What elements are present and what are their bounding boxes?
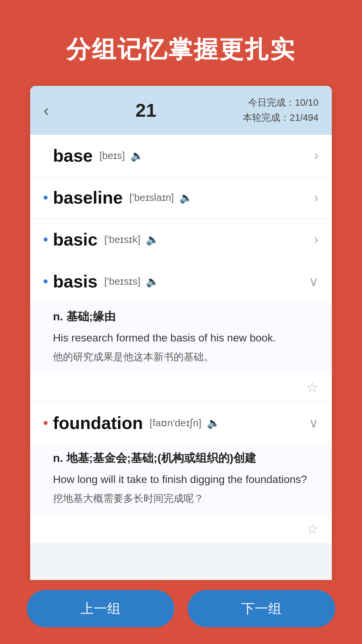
list-item: baseline ['beɪslaɪn] 🔈 › [30, 177, 332, 219]
chevron-right-icon[interactable]: › [314, 148, 318, 163]
phonetic: ['beɪsɪk] [104, 233, 140, 245]
word-list: base [beɪs] 🔈 › baseline ['beɪslaɪn] 🔈 ›… [30, 135, 332, 618]
sound-icon[interactable]: 🔈 [130, 149, 144, 162]
list-item: base [beɪs] 🔈 › [30, 135, 332, 177]
word-indicator [44, 196, 48, 200]
example-english: His research formed the basis of his new… [53, 330, 318, 346]
word-row-basis[interactable]: basis ['beɪsɪs] 🔈 ∨ [30, 261, 332, 302]
star-row: ☆ [30, 374, 332, 402]
card-number: 21 [135, 99, 156, 121]
phonetic: [faʊn'deɪʃn] [150, 417, 201, 429]
star-icon[interactable]: ☆ [306, 521, 318, 537]
star-icon[interactable]: ☆ [306, 380, 318, 395]
phonetic: [beɪs] [100, 150, 125, 161]
word-text: basis [53, 271, 98, 291]
back-button[interactable]: ‹ [44, 101, 49, 119]
word-indicator [44, 154, 48, 158]
word-row-baseline[interactable]: baseline ['beɪslaɪn] 🔈 › [30, 177, 332, 218]
definition: n. 基础;缘由 [53, 309, 318, 324]
word-row-base[interactable]: base [beɪs] 🔈 › [30, 135, 332, 176]
word-indicator [44, 237, 48, 241]
word-detail-foundation: n. 地基;基金会;基础;(机构或组织的)创建 How long will it… [30, 444, 332, 516]
sound-icon[interactable]: 🔈 [146, 233, 159, 246]
progress-round-label: 本轮完成： [243, 112, 290, 123]
progress-today-value: 10/10 [295, 97, 318, 108]
word-indicator [44, 279, 48, 283]
word-row-basic[interactable]: basic ['beɪsɪk] 🔈 › [30, 219, 332, 260]
sound-icon[interactable]: 🔈 [207, 417, 220, 429]
card-header: ‹ 21 今日完成：10/10 本轮完成：21/494 [30, 86, 332, 135]
chevron-down-icon[interactable]: ∨ [309, 415, 318, 431]
word-row-foundation[interactable]: foundation [faʊn'deɪʃn] 🔈 ∨ [30, 402, 332, 444]
chevron-down-icon[interactable]: ∨ [309, 274, 318, 289]
word-text: baseline [53, 187, 123, 208]
sound-icon[interactable]: 🔈 [179, 191, 193, 204]
chevron-right-icon[interactable]: › [314, 232, 318, 247]
sound-icon[interactable]: 🔈 [146, 275, 159, 288]
progress-round: 本轮完成：21/494 [243, 110, 318, 125]
phonetic: ['beɪslaɪn] [129, 192, 174, 203]
example-chinese: 挖地基大概需要多长时间完成呢？ [53, 491, 318, 506]
bottom-bar: 上一组 下一组 [0, 580, 362, 644]
page-title: 分组记忆掌握更扎实 [66, 34, 296, 66]
chevron-right-icon[interactable]: › [314, 190, 318, 205]
card-container: ‹ 21 今日完成：10/10 本轮完成：21/494 base [beɪs] … [30, 86, 332, 618]
progress-today-label: 今日完成： [248, 97, 295, 108]
definition: n. 地基;基金会;基础;(机构或组织的)创建 [53, 450, 318, 466]
prev-group-button[interactable]: 上一组 [27, 590, 174, 627]
phonetic: ['beɪsɪs] [104, 275, 140, 287]
example-english: How long will it take to finish digging … [53, 471, 318, 487]
word-indicator [44, 421, 48, 425]
example-chinese: 他的研究成果是他这本新书的基础。 [53, 349, 318, 364]
progress-round-value: 21/494 [290, 112, 318, 123]
word-text: basic [53, 229, 98, 250]
list-item: foundation [faʊn'deɪʃn] 🔈 ∨ n. 地基;基金会;基础… [30, 402, 332, 544]
word-detail-basis: n. 基础;缘由 His research formed the basis o… [30, 302, 332, 374]
word-text: base [53, 146, 93, 166]
progress-today: 今日完成：10/10 [243, 95, 318, 110]
progress-info: 今日完成：10/10 本轮完成：21/494 [243, 95, 318, 125]
list-item: basic ['beɪsɪk] 🔈 › [30, 219, 332, 261]
star-row: ☆ [30, 516, 332, 543]
list-item: basis ['beɪsɪs] 🔈 ∨ n. 基础;缘由 His researc… [30, 261, 332, 402]
word-text: foundation [53, 413, 143, 433]
next-group-button[interactable]: 下一组 [188, 590, 335, 627]
